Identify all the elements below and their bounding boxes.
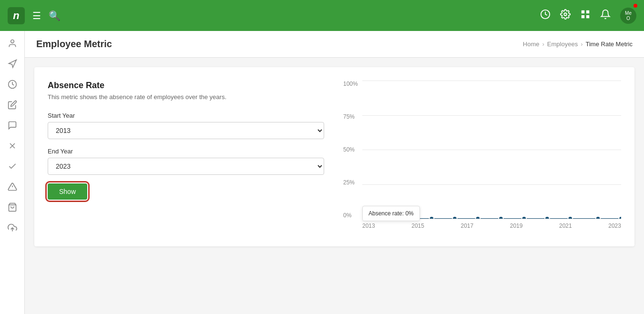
show-button[interactable]: Show — [48, 183, 87, 200]
svg-rect-4 — [582, 15, 584, 18]
sidebar-x-icon[interactable] — [8, 141, 17, 152]
start-year-label: Start Year — [48, 112, 324, 119]
sidebar-warning-icon[interactable] — [8, 182, 17, 193]
y-label-50: 50% — [343, 146, 358, 153]
content-area: Employee Metric Home › Employees › Time … — [25, 31, 644, 314]
svg-rect-5 — [586, 15, 589, 18]
breadcrumb-sep-2: › — [581, 41, 583, 48]
y-label-100: 100% — [343, 81, 358, 87]
svg-marker-7 — [9, 60, 16, 68]
user-avatar[interactable]: MeO — [620, 8, 636, 24]
breadcrumb: Home › Employees › Time Rate Metric — [523, 41, 633, 48]
sidebar-navigation-icon[interactable] — [8, 59, 17, 70]
svg-rect-3 — [586, 10, 589, 13]
settings-icon[interactable] — [560, 9, 571, 22]
chart-section: 100% 75% 50% 25% 0% — [343, 81, 621, 233]
section-desc: This metric shows the absence rate of em… — [48, 93, 324, 101]
svg-point-1 — [564, 13, 567, 16]
chart-container: 100% 75% 50% 25% 0% — [343, 81, 621, 233]
notification-dot — [634, 4, 637, 8]
sidebar-person-icon[interactable] — [8, 39, 17, 50]
y-label-75: 75% — [343, 113, 358, 120]
y-label-0: 0% — [343, 212, 358, 219]
left-sidebar — [0, 31, 25, 314]
section-title: Absence Rate — [48, 81, 324, 91]
history-icon[interactable] — [540, 9, 551, 22]
sidebar-upload-icon[interactable] — [8, 223, 17, 234]
svg-point-6 — [10, 40, 14, 43]
y-label-25: 25% — [343, 179, 358, 186]
app-logo: n — [8, 7, 25, 24]
start-year-group: Start Year 2010 2011 2012 2013 2014 2015… — [48, 112, 324, 139]
search-icon[interactable]: 🔍 — [49, 10, 61, 21]
svg-rect-2 — [582, 10, 584, 13]
top-nav: n ☰ 🔍 MeO — [0, 0, 644, 31]
chart-y-labels: 100% 75% 50% 25% 0% — [343, 81, 358, 219]
page-header: Employee Metric Home › Employees › Time … — [25, 31, 644, 58]
main-layout: Employee Metric Home › Employees › Time … — [0, 31, 644, 314]
x-label-2023: 2023 — [608, 223, 621, 229]
sidebar-bag-icon[interactable] — [8, 203, 17, 213]
breadcrumb-current: Time Rate Metric — [586, 41, 633, 48]
chart-line-svg — [362, 81, 621, 219]
start-year-select[interactable]: 2010 2011 2012 2013 2014 2015 2016 2017 … — [48, 122, 324, 139]
sidebar-edit-icon[interactable] — [8, 100, 17, 111]
chart-plot-area: Absence rate: 0% — [362, 81, 621, 219]
breadcrumb-employees[interactable]: Employees — [547, 41, 578, 48]
end-year-select[interactable]: 2010 2011 2012 2013 2014 2015 2016 2017 … — [48, 158, 324, 175]
breadcrumb-sep-1: › — [542, 41, 544, 48]
end-year-group: End Year 2010 2011 2012 2013 2014 2015 2… — [48, 148, 324, 175]
hamburger-menu-icon[interactable]: ☰ — [32, 10, 41, 21]
x-label-2013: 2013 — [362, 223, 375, 229]
end-year-label: End Year — [48, 148, 324, 155]
x-label-2019: 2019 — [510, 223, 523, 229]
x-label-2015: 2015 — [411, 223, 424, 229]
grid-icon[interactable] — [580, 9, 591, 22]
form-section: Absence Rate This metric shows the absen… — [48, 81, 324, 233]
breadcrumb-home[interactable]: Home — [523, 41, 540, 48]
sidebar-clock-icon[interactable] — [8, 80, 17, 91]
page-title: Employee Metric — [36, 39, 112, 50]
x-label-2021: 2021 — [559, 223, 572, 229]
sidebar-check-icon[interactable] — [8, 162, 17, 172]
chart-x-labels: 2013 2015 2017 2019 2021 2023 — [362, 219, 621, 233]
main-card: Absence Rate This metric shows the absen… — [34, 67, 634, 246]
notification-icon[interactable] — [600, 9, 611, 22]
sidebar-chat-icon[interactable] — [8, 121, 17, 132]
x-label-2017: 2017 — [461, 223, 474, 229]
